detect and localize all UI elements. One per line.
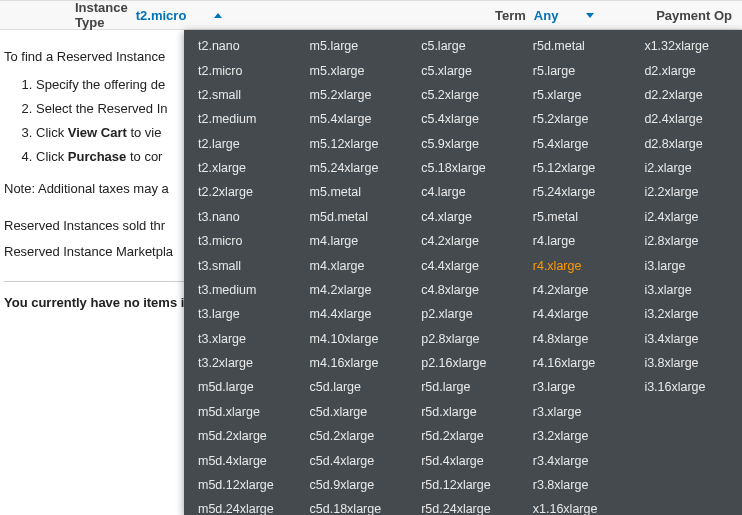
dropdown-option[interactable]: t3.medium [184, 278, 296, 302]
dropdown-option[interactable]: c5.xlarge [407, 58, 519, 82]
term-value[interactable]: Any [534, 8, 559, 23]
dropdown-option[interactable]: c5d.9xlarge [296, 473, 408, 497]
dropdown-option[interactable]: m5.metal [296, 180, 408, 204]
instance-type-dropdown[interactable]: t2.nanot2.microt2.smallt2.mediumt2.large… [184, 30, 742, 515]
dropdown-option[interactable]: r3.large [519, 375, 631, 399]
dropdown-option[interactable]: d2.2xlarge [630, 83, 742, 107]
dropdown-option[interactable]: t2.small [184, 83, 296, 107]
dropdown-option[interactable]: r5.12xlarge [519, 156, 631, 180]
dropdown-option[interactable]: r5.24xlarge [519, 180, 631, 204]
dropdown-option[interactable]: c5d.xlarge [296, 400, 408, 424]
dropdown-option[interactable]: t3.xlarge [184, 327, 296, 351]
dropdown-option[interactable]: t2.medium [184, 107, 296, 131]
dropdown-option[interactable]: m4.2xlarge [296, 278, 408, 302]
dropdown-option[interactable]: r5d.metal [519, 34, 631, 58]
dropdown-option[interactable]: t2.nano [184, 34, 296, 58]
dropdown-option[interactable]: r5d.xlarge [407, 400, 519, 424]
dropdown-option[interactable]: r4.large [519, 229, 631, 253]
dropdown-option[interactable]: r3.xlarge [519, 400, 631, 424]
dropdown-option[interactable]: i3.4xlarge [630, 327, 742, 351]
dropdown-option[interactable]: r5.metal [519, 205, 631, 229]
dropdown-option[interactable]: c4.4xlarge [407, 253, 519, 277]
dropdown-option[interactable]: x1.32xlarge [630, 34, 742, 58]
dropdown-option[interactable]: c5.large [407, 34, 519, 58]
dropdown-option[interactable]: t2.xlarge [184, 156, 296, 180]
dropdown-option[interactable]: x1.16xlarge [519, 497, 631, 515]
dropdown-option[interactable]: m5d.large [184, 375, 296, 399]
dropdown-option[interactable]: r5.xlarge [519, 83, 631, 107]
dropdown-option[interactable]: p2.16xlarge [407, 351, 519, 375]
dropdown-option[interactable]: t3.small [184, 253, 296, 277]
dropdown-option[interactable]: p2.8xlarge [407, 327, 519, 351]
dropdown-option[interactable]: m5d.metal [296, 205, 408, 229]
dropdown-option[interactable]: r5d.large [407, 375, 519, 399]
dropdown-option[interactable]: r5d.12xlarge [407, 473, 519, 497]
filter-term[interactable]: Term Any [495, 8, 594, 23]
dropdown-option[interactable]: r5.2xlarge [519, 107, 631, 131]
dropdown-option[interactable]: i2.8xlarge [630, 229, 742, 253]
dropdown-option[interactable]: t2.large [184, 132, 296, 156]
dropdown-option[interactable]: m5.12xlarge [296, 132, 408, 156]
dropdown-option[interactable]: m4.10xlarge [296, 327, 408, 351]
dropdown-option[interactable]: r5d.4xlarge [407, 448, 519, 472]
dropdown-option[interactable]: r4.2xlarge [519, 278, 631, 302]
dropdown-option[interactable]: t3.micro [184, 229, 296, 253]
dropdown-option[interactable]: m5.large [296, 34, 408, 58]
dropdown-option[interactable]: m5d.xlarge [184, 400, 296, 424]
dropdown-option[interactable]: m5.24xlarge [296, 156, 408, 180]
dropdown-option[interactable]: p2.xlarge [407, 302, 519, 326]
dropdown-option[interactable]: c4.8xlarge [407, 278, 519, 302]
dropdown-option[interactable]: i3.xlarge [630, 278, 742, 302]
dropdown-option[interactable]: c4.large [407, 180, 519, 204]
dropdown-option[interactable]: c5d.18xlarge [296, 497, 408, 515]
dropdown-option[interactable]: m4.large [296, 229, 408, 253]
dropdown-option[interactable]: m5.2xlarge [296, 83, 408, 107]
dropdown-option[interactable]: m5d.2xlarge [184, 424, 296, 448]
dropdown-option[interactable]: t2.2xlarge [184, 180, 296, 204]
dropdown-option[interactable]: m4.4xlarge [296, 302, 408, 326]
dropdown-option[interactable]: t3.2xlarge [184, 351, 296, 375]
dropdown-option[interactable]: c4.2xlarge [407, 229, 519, 253]
dropdown-option[interactable]: r5d.2xlarge [407, 424, 519, 448]
dropdown-option[interactable]: m5.4xlarge [296, 107, 408, 131]
dropdown-option[interactable]: r4.8xlarge [519, 327, 631, 351]
dropdown-option[interactable]: t3.large [184, 302, 296, 326]
dropdown-option[interactable]: r5.4xlarge [519, 132, 631, 156]
dropdown-option[interactable]: r3.4xlarge [519, 448, 631, 472]
dropdown-option[interactable]: c5d.2xlarge [296, 424, 408, 448]
dropdown-option[interactable]: r4.xlarge [519, 253, 631, 277]
dropdown-option[interactable]: r3.8xlarge [519, 473, 631, 497]
filter-payment[interactable]: Payment Op [656, 8, 732, 23]
dropdown-option[interactable]: c5d.large [296, 375, 408, 399]
dropdown-option[interactable]: r5.large [519, 58, 631, 82]
dropdown-option[interactable]: d2.8xlarge [630, 132, 742, 156]
dropdown-option[interactable]: c5.2xlarge [407, 83, 519, 107]
dropdown-option[interactable]: r5d.24xlarge [407, 497, 519, 515]
filter-instance-type[interactable]: Instance Type t2.micro [10, 0, 210, 30]
dropdown-option[interactable]: m5d.24xlarge [184, 497, 296, 515]
dropdown-option[interactable]: t3.nano [184, 205, 296, 229]
instance-type-value[interactable]: t2.micro [136, 8, 187, 23]
dropdown-option[interactable]: r4.16xlarge [519, 351, 631, 375]
dropdown-option[interactable]: m4.xlarge [296, 253, 408, 277]
dropdown-option[interactable]: i2.xlarge [630, 156, 742, 180]
dropdown-option[interactable]: m4.16xlarge [296, 351, 408, 375]
dropdown-option[interactable]: r3.2xlarge [519, 424, 631, 448]
dropdown-option[interactable]: i3.8xlarge [630, 351, 742, 375]
dropdown-option[interactable]: i2.2xlarge [630, 180, 742, 204]
dropdown-option[interactable]: c5d.4xlarge [296, 448, 408, 472]
dropdown-option[interactable]: r4.4xlarge [519, 302, 631, 326]
dropdown-option[interactable]: i3.2xlarge [630, 302, 742, 326]
dropdown-option[interactable]: i3.large [630, 253, 742, 277]
dropdown-option[interactable]: c4.xlarge [407, 205, 519, 229]
dropdown-option[interactable]: m5.xlarge [296, 58, 408, 82]
dropdown-option[interactable]: i2.4xlarge [630, 205, 742, 229]
dropdown-option[interactable]: d2.4xlarge [630, 107, 742, 131]
dropdown-option[interactable]: c5.18xlarge [407, 156, 519, 180]
dropdown-option[interactable]: m5d.4xlarge [184, 448, 296, 472]
dropdown-option[interactable]: d2.xlarge [630, 58, 742, 82]
dropdown-option[interactable]: m5d.12xlarge [184, 473, 296, 497]
dropdown-option[interactable]: c5.9xlarge [407, 132, 519, 156]
dropdown-option[interactable]: t2.micro [184, 58, 296, 82]
dropdown-option[interactable]: c5.4xlarge [407, 107, 519, 131]
